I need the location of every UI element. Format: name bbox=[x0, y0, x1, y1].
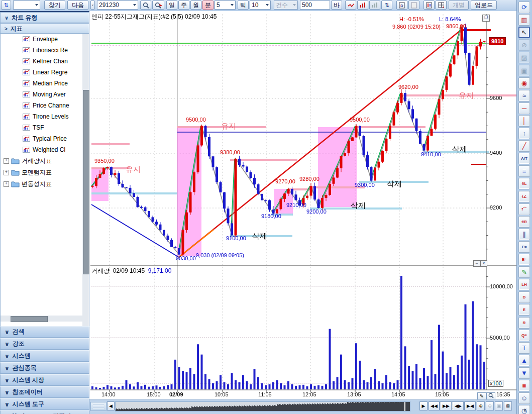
indicator-item-price-channe[interactable]: Price Channe bbox=[1, 100, 89, 111]
elliott-impulse-button[interactable]: E≈ bbox=[518, 254, 530, 265]
sidebar-section-시스템[interactable]: ∨시스템 bbox=[0, 350, 89, 362]
indicator-item-typical-price[interactable]: Typical Price bbox=[1, 133, 89, 144]
volume-close-button[interactable]: x bbox=[480, 260, 487, 267]
sidebar-section-YesLanguage-편집기[interactable]: ∨YesLanguage 편집기 bbox=[0, 410, 89, 414]
fib-price-button[interactable]: f/L bbox=[518, 178, 530, 189]
sidebar-section-관심종목[interactable]: ∨관심종목 bbox=[0, 362, 89, 374]
period-month-button[interactable]: 월 bbox=[190, 1, 201, 10]
folder-item-변동성지표[interactable]: +변동성지표 bbox=[1, 178, 89, 190]
watch-combo[interactable] bbox=[13, 1, 40, 10]
indicator-item-envelope[interactable]: Envelope bbox=[1, 34, 89, 45]
zigzag-d-button[interactable]: D bbox=[518, 291, 530, 303]
chart-type-label: 차트 유형 bbox=[12, 14, 37, 22]
signal-bars-button[interactable] bbox=[357, 1, 368, 10]
indicator-item-tirone-levels[interactable]: Tirone Levels bbox=[1, 111, 89, 122]
minute-select[interactable]: 5 bbox=[215, 1, 236, 10]
period-week-button[interactable]: 주 bbox=[178, 1, 189, 10]
folder-item-모멘텀지표[interactable]: +모멘텀지표 bbox=[1, 167, 89, 178]
scrollbar-thumb[interactable] bbox=[11, 316, 48, 322]
elliott-wave-button[interactable]: E≈ bbox=[518, 241, 530, 253]
arrow-down-button[interactable]: ▼ bbox=[518, 367, 530, 379]
expand-bars-button[interactable]: ◀▶ bbox=[453, 401, 464, 410]
trendline-button[interactable]: ╱ bbox=[518, 140, 530, 152]
panel-collapse-button[interactable]: ‹ bbox=[90, 1, 95, 10]
indicator-item-median-price[interactable]: Median Price bbox=[1, 78, 89, 89]
doc-d-button[interactable]: D bbox=[396, 1, 407, 10]
price-arrow-button[interactable]: ↑ bbox=[518, 128, 530, 139]
indicator-item-moving-aver[interactable]: Moving Aver bbox=[1, 89, 89, 100]
indicator-item-tsf[interactable]: TSF bbox=[1, 122, 89, 133]
expand-icon[interactable]: + bbox=[4, 158, 9, 164]
text-tool-button[interactable]: T bbox=[518, 342, 530, 354]
sidebar-section-강조[interactable]: ∨강조 bbox=[0, 338, 89, 350]
zoom-in-button[interactable]: ⊕ bbox=[477, 401, 485, 410]
overview-minimap[interactable] bbox=[115, 401, 410, 411]
search-icon bbox=[143, 2, 149, 9]
line-chart-button[interactable] bbox=[345, 1, 356, 10]
scroll-right-button[interactable]: ▶ bbox=[419, 401, 428, 410]
tick-select[interactable]: 10 bbox=[250, 1, 271, 10]
search-button[interactable] bbox=[140, 1, 151, 10]
parallel-lines-button[interactable]: ∥ bbox=[518, 229, 530, 240]
tree-vertical-scrollbar[interactable] bbox=[82, 34, 89, 327]
bar-button[interactable]: 바 bbox=[331, 1, 342, 10]
pencil-button[interactable]: ✎ bbox=[518, 266, 530, 278]
indicator-item-keltner-chan[interactable]: Keltner Chan bbox=[1, 56, 89, 67]
chart-type-header[interactable]: ∨차트 유형 bbox=[0, 12, 89, 23]
arrow-up-button[interactable]: ▲ bbox=[518, 355, 530, 366]
tree-horizontal-scrollbar[interactable] bbox=[1, 316, 82, 322]
bar-count-input[interactable] bbox=[300, 1, 330, 10]
sidebar-section-시스템-시장[interactable]: ∨시스템 시장 bbox=[0, 374, 89, 386]
symbol-list-button[interactable]: ⇅ bbox=[1, 1, 11, 10]
zigzag-lh-button[interactable]: LH bbox=[518, 279, 530, 290]
find-button[interactable]: 찾기 bbox=[44, 1, 65, 10]
chart-doc-button[interactable] bbox=[423, 1, 435, 10]
scrollbar-thumb[interactable] bbox=[83, 90, 89, 274]
indicator-item-fibonacci-re[interactable]: Fibonacci Re bbox=[1, 45, 89, 56]
symbol-combo[interactable]: 291230 bbox=[97, 1, 138, 10]
indicator-item-linear-regre[interactable]: Linear Regre bbox=[1, 67, 89, 78]
stop-block-button[interactable]: ■ bbox=[518, 380, 530, 391]
fib-retracement-button[interactable]: ≡ bbox=[518, 165, 530, 177]
zigzag-r-button[interactable]: R bbox=[518, 317, 530, 329]
expand-icon[interactable]: + bbox=[4, 170, 9, 175]
folder-item-거래량지표[interactable]: +거래량지표 bbox=[1, 155, 89, 167]
search-jump-button[interactable] bbox=[152, 1, 164, 10]
zigzag-tool-button[interactable]: ≈ bbox=[518, 90, 530, 101]
period-minute-button[interactable]: 분 bbox=[202, 1, 214, 10]
volume-minimize-button[interactable]: – bbox=[473, 260, 480, 267]
fib-fan-button[interactable]: f∠ bbox=[518, 191, 530, 202]
cursor-button[interactable]: ↖ bbox=[518, 27, 530, 38]
indicator-item-weighted-cl[interactable]: Weighted Cl bbox=[1, 144, 89, 155]
vertical-segment-button[interactable]: │ bbox=[518, 115, 530, 127]
more-tools-chevron-icon[interactable]: » bbox=[522, 408, 528, 411]
period-day-button[interactable]: 일 bbox=[166, 1, 177, 10]
cancel-zoom-button[interactable]: ⊠ bbox=[504, 401, 512, 410]
scroll-left-button[interactable]: ◀ bbox=[107, 401, 115, 410]
sidebar-section-시스템-도구[interactable]: ∨시스템 도구 bbox=[0, 398, 89, 410]
quote-list-button[interactable]: Q≡ bbox=[518, 330, 530, 341]
horizontal-segment-button[interactable]: ─ bbox=[518, 102, 530, 114]
upload-button[interactable]: 업로드 bbox=[471, 1, 497, 10]
zigzag-e-button[interactable]: E bbox=[518, 304, 530, 316]
page-right-button[interactable]: ▶▶ bbox=[441, 401, 452, 410]
chart-canvas[interactable] bbox=[89, 11, 516, 414]
sidebar-section-검색[interactable]: ∨검색 bbox=[0, 326, 89, 338]
sidebar-section-참조데이터[interactable]: ∨참조데이터 bbox=[0, 386, 89, 398]
page-left-button[interactable]: ◀◀ bbox=[429, 401, 440, 410]
expand-icon[interactable]: + bbox=[4, 181, 9, 187]
pane-maximize-button[interactable]: ❐ bbox=[482, 15, 490, 22]
tick-button[interactable]: 틱 bbox=[238, 1, 249, 10]
fib-arc-button[interactable]: f⌒ bbox=[518, 203, 530, 215]
sort-updown-button[interactable]: ⇅ bbox=[381, 1, 392, 10]
pattern-search-button[interactable]: ▥ bbox=[518, 14, 530, 26]
grid-button[interactable] bbox=[436, 1, 447, 10]
smiley-button[interactable]: ☺ bbox=[518, 392, 530, 404]
fib-resistance-button[interactable]: f/R bbox=[518, 216, 530, 228]
text-annotation-button[interactable]: A/T bbox=[518, 153, 530, 164]
splitter-grip[interactable] bbox=[90, 402, 107, 411]
next-button[interactable]: 다음 bbox=[67, 1, 88, 10]
sync-button[interactable]: ⟳ bbox=[518, 2, 530, 13]
shrink-bars-button[interactable]: ▶◀ bbox=[465, 401, 476, 410]
point-marker-button[interactable]: ◉ bbox=[518, 77, 530, 89]
